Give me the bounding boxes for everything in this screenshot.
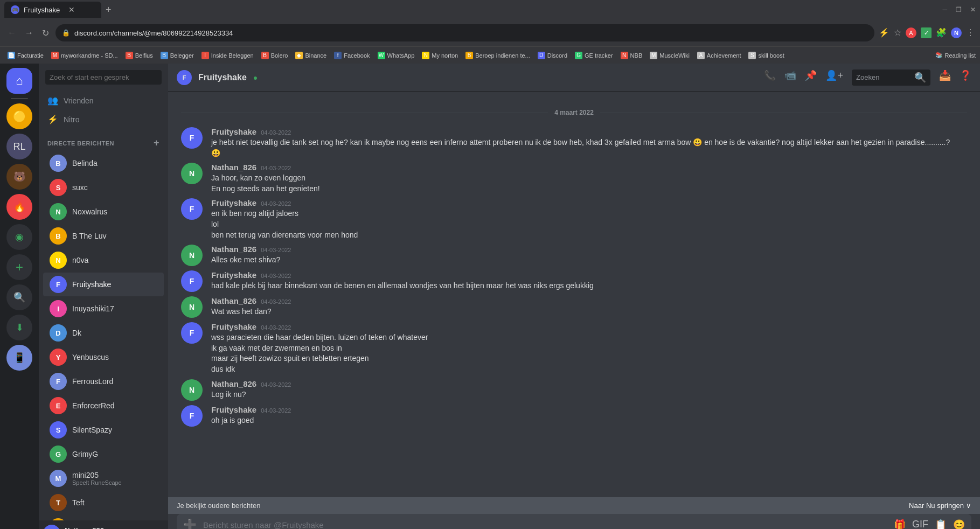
help-icon[interactable]: ❓ — [960, 69, 971, 86]
dm-item-grimyg[interactable]: G GrimyG — [43, 442, 164, 466]
bookmark-ge-tracker[interactable]: GGE tracker — [572, 51, 616, 60]
browser-chrome: 🎮 Fruityshake ✕ + ─ ❐ ✕ ← → ↻ 🔒 discord.… — [0, 0, 980, 46]
emoji-icon[interactable]: 😊 — [953, 519, 965, 529]
bookmark-achievement[interactable]: AAchievement — [694, 51, 745, 60]
bookmark-norton[interactable]: NMy norton — [419, 51, 461, 60]
bookmark-icon-nbb: N — [621, 52, 628, 59]
forward-button[interactable]: → — [23, 26, 36, 40]
dm-item-teft[interactable]: T Teft — [43, 491, 164, 514]
dm-item-enforcerred[interactable]: E EnforcerRed — [43, 394, 164, 417]
msg-content-msg8: Nathan_826 04-03-2022 Log ik nu? — [211, 379, 967, 401]
bookmark-musclewiki[interactable]: MMuscleWiki — [647, 51, 693, 60]
dm-search-input[interactable] — [45, 70, 162, 85]
close-button[interactable]: ✕ — [970, 6, 976, 13]
bookmark-skill-boost[interactable]: Sskill boost — [745, 51, 787, 60]
bookmark-belfius[interactable]: BBelfius — [122, 51, 156, 60]
msg-avatar-msg7: F — [181, 322, 203, 344]
dm-name-b-the-luv: B The Luv — [72, 232, 159, 240]
minimize-button[interactable]: ─ — [942, 6, 947, 13]
msg-author-msg7: Fruityshake — [211, 322, 256, 331]
inbox-icon[interactable]: 📥 — [939, 69, 951, 86]
dm-item-ferrouslord[interactable]: F FerrousLord — [43, 370, 164, 393]
dm-name-dk: Dk — [72, 329, 159, 337]
tab-close-button[interactable]: ✕ — [68, 5, 75, 14]
dm-item-ftigaming[interactable]: F fti gaming — [43, 515, 164, 520]
pin-icon[interactable]: 📌 — [805, 69, 817, 86]
msg-timestamp-msg9: 04-03-2022 — [261, 407, 291, 414]
dm-item-fruityshake[interactable]: F Fruityshake — [43, 273, 164, 296]
msg-text: oh ja is goed — [211, 415, 967, 426]
menu-icon[interactable]: ⋮ — [966, 27, 975, 38]
server-icon-3[interactable]: 🐻 — [6, 164, 32, 190]
bookmark-nbb[interactable]: NNBB — [617, 51, 646, 60]
dm-item-noxwalrus[interactable]: N Noxwalrus — [43, 200, 164, 224]
address-bar[interactable]: 🔒 discord.com/channels/@me/8069922149285… — [55, 24, 874, 41]
server-icon-5[interactable]: ◉ — [6, 224, 32, 250]
server-add-icon[interactable]: + — [6, 254, 32, 280]
dm-item-dk[interactable]: D Dk — [43, 321, 164, 345]
nitro-item[interactable]: ⚡ Nitro — [39, 110, 168, 129]
dm-name-grimyg: GrimyG — [72, 450, 159, 458]
video-icon[interactable]: 📹 — [784, 69, 796, 86]
phone-icon[interactable]: 📞 — [764, 69, 776, 86]
bookmark-beroep[interactable]: BBeroep indienen te... — [462, 51, 533, 60]
chat-search-input[interactable] — [856, 73, 910, 81]
bookmark-whatsapp[interactable]: WWhatsApp — [374, 51, 418, 60]
attach-icon[interactable]: ➕ — [183, 518, 197, 529]
gift-icon[interactable]: 🎁 — [894, 519, 906, 529]
dm-item-n0va[interactable]: N n0va — [43, 248, 164, 272]
profile2-icon[interactable]: N — [951, 27, 962, 38]
headset-icon[interactable]: 🎧 — [139, 527, 152, 530]
bookmark-icon[interactable]: ☆ — [894, 27, 901, 38]
dm-item-mini205[interactable]: M mini205 Speelt RuneScape — [43, 467, 164, 490]
extension1-icon[interactable]: ✓ — [921, 27, 932, 38]
refresh-button[interactable]: ↻ — [40, 26, 51, 40]
bookmark-facturatie[interactable]: 📄Facturatie — [4, 51, 47, 60]
server-1-icon: 🟡 — [13, 110, 26, 123]
bookmark-label-whatsapp: WhatsApp — [387, 52, 415, 59]
bookmark-binance[interactable]: ◆Binance — [292, 51, 330, 60]
new-tab-button[interactable]: + — [106, 4, 112, 16]
reading-list[interactable]: 📚Reading list — [935, 52, 976, 59]
server-download-icon[interactable]: ⬇ — [6, 315, 32, 340]
chat-input[interactable] — [203, 520, 887, 530]
extension2-icon[interactable]: 🧩 — [936, 27, 947, 38]
server-icon-1[interactable]: 🟡 — [6, 103, 32, 129]
dm-item-b-the-luv[interactable]: B B The Luv — [43, 224, 164, 248]
jump-now-button[interactable]: Naar Nu springen ∨ — [909, 502, 971, 510]
bookmark-inside-beleggen[interactable]: IInside Beleggen — [198, 51, 257, 60]
bookmark-belegger[interactable]: BBelegger — [157, 51, 197, 60]
bookmark-discord[interactable]: DDiscord — [534, 51, 571, 60]
server-app-icon[interactable]: 📱 — [6, 345, 32, 371]
bookmark-facebook[interactable]: fFacebook — [331, 51, 373, 60]
server-icon-4[interactable]: 🔥 — [6, 194, 32, 220]
server-icon-2[interactable]: RL — [6, 134, 32, 159]
server-explore-icon[interactable]: 🔍 — [6, 284, 32, 310]
dm-avatar-ferrouslord: F — [50, 373, 67, 390]
dm-item-suxc[interactable]: S suxc — [43, 176, 164, 199]
dm-item-silentspazy[interactable]: S SilentSpazy — [43, 418, 164, 442]
profile-icon[interactable]: A — [906, 27, 916, 38]
msg-avatar-msg9: F — [181, 405, 203, 427]
microphone-icon[interactable]: 🎤 — [124, 527, 137, 530]
gif-icon[interactable]: GIF — [912, 519, 928, 529]
bookmark-label-musclewiki: MuscleWiki — [659, 52, 690, 59]
add-friend-icon[interactable]: 👤+ — [825, 69, 843, 86]
chat-search[interactable]: 🔍 — [852, 69, 930, 86]
friends-item[interactable]: 👥 Vrienden — [39, 91, 168, 110]
discord-app: ⌂ 🟡 RL 🐻 🔥 ◉ + 🔍 ⬇ 📱 — [0, 64, 980, 529]
dm-item-inuyashiki17[interactable]: I Inuyashiki17 — [43, 297, 164, 321]
active-tab[interactable]: 🎮 Fruityshake ✕ — [4, 2, 101, 18]
back-button[interactable]: ← — [5, 26, 18, 40]
restore-button[interactable]: ❐ — [956, 6, 962, 13]
bookmark-bolero[interactable]: BBolero — [258, 51, 291, 60]
dm-add-button[interactable]: + — [154, 137, 159, 149]
sticker-icon[interactable]: 📋 — [935, 519, 947, 529]
bookmark-myworkandme[interactable]: Mmyworkandme - SD... — [48, 51, 121, 60]
extensions-icon[interactable]: ⚡ — [879, 27, 889, 38]
server-icon-home[interactable]: ⌂ — [6, 68, 32, 94]
friends-icon: 👥 — [47, 95, 58, 106]
settings-icon[interactable]: ⚙ — [154, 527, 164, 530]
dm-item-belinda[interactable]: B Belinda — [43, 151, 164, 175]
dm-item-yenbuscus[interactable]: Y Yenbuscus — [43, 345, 164, 369]
